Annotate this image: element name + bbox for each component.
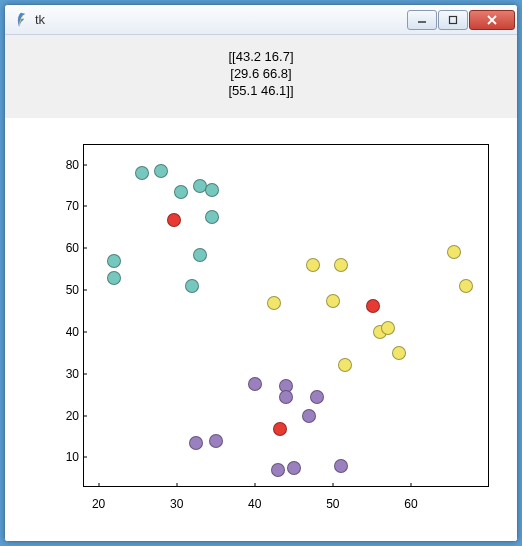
scatter-plot: 10203040506070802030405060	[5, 118, 517, 541]
data-point-teal	[154, 164, 168, 178]
data-point-yellow	[334, 258, 348, 272]
data-point-teal	[174, 185, 188, 199]
data-point-yellow	[267, 296, 281, 310]
data-point-purple	[302, 409, 316, 423]
y-tick-label: 70	[45, 199, 79, 213]
data-point-purple	[189, 436, 203, 450]
y-tick-label: 40	[45, 325, 79, 339]
y-tick-mark	[83, 206, 87, 207]
data-point-purple	[209, 434, 223, 448]
x-tick-mark	[176, 483, 177, 487]
close-button[interactable]	[469, 10, 515, 30]
x-tick-label: 50	[326, 497, 339, 511]
data-point-red	[167, 213, 181, 227]
feather-icon	[13, 12, 29, 28]
app-window: tk [[43.2 16.7] [29.6 66.8] [55.1 46.1]]	[4, 4, 518, 542]
y-tick-label: 60	[45, 241, 79, 255]
data-point-teal	[205, 210, 219, 224]
x-tick-label: 30	[170, 497, 183, 511]
x-tick-mark	[98, 483, 99, 487]
svg-rect-1	[450, 16, 457, 23]
y-tick-label: 80	[45, 158, 79, 172]
data-point-yellow	[326, 294, 340, 308]
minimize-button[interactable]	[407, 10, 437, 30]
x-tick-label: 60	[404, 497, 417, 511]
data-point-yellow	[306, 258, 320, 272]
data-point-teal	[193, 248, 207, 262]
axes-frame	[83, 144, 489, 487]
client-area: [[43.2 16.7] [29.6 66.8] [55.1 46.1]] 10…	[5, 35, 517, 541]
y-tick-label: 30	[45, 367, 79, 381]
y-tick-mark	[83, 331, 87, 332]
y-tick-mark	[83, 164, 87, 165]
x-tick-mark	[410, 483, 411, 487]
data-point-teal	[205, 183, 219, 197]
data-point-yellow	[338, 358, 352, 372]
banner-line: [55.1 46.1]]	[13, 83, 509, 100]
centroid-text: [[43.2 16.7] [29.6 66.8] [55.1 46.1]]	[5, 35, 517, 118]
y-tick-label: 20	[45, 409, 79, 423]
data-point-red	[366, 299, 380, 313]
data-point-purple	[279, 390, 293, 404]
x-tick-mark	[254, 483, 255, 487]
banner-line: [[43.2 16.7]	[13, 49, 509, 66]
data-point-yellow	[447, 245, 461, 259]
y-tick-mark	[83, 415, 87, 416]
data-point-red	[273, 422, 287, 436]
data-point-purple	[334, 459, 348, 473]
data-point-teal	[135, 166, 149, 180]
y-tick-label: 10	[45, 450, 79, 464]
window-buttons	[407, 10, 515, 30]
data-point-teal	[107, 254, 121, 268]
x-tick-mark	[332, 483, 333, 487]
data-point-purple	[271, 463, 285, 477]
x-tick-label: 20	[92, 497, 105, 511]
y-tick-mark	[83, 248, 87, 249]
data-point-yellow	[459, 279, 473, 293]
window-title: tk	[35, 12, 407, 27]
x-tick-label: 40	[248, 497, 261, 511]
data-point-teal	[107, 271, 121, 285]
maximize-button[interactable]	[438, 10, 468, 30]
y-tick-mark	[83, 457, 87, 458]
data-point-purple	[287, 461, 301, 475]
data-point-purple	[248, 377, 262, 391]
data-point-yellow	[392, 346, 406, 360]
data-point-teal	[185, 279, 199, 293]
data-point-purple	[310, 390, 324, 404]
titlebar[interactable]: tk	[5, 5, 517, 35]
y-tick-mark	[83, 373, 87, 374]
y-tick-mark	[83, 290, 87, 291]
data-point-yellow	[381, 321, 395, 335]
y-tick-label: 50	[45, 283, 79, 297]
banner-line: [29.6 66.8]	[13, 66, 509, 83]
